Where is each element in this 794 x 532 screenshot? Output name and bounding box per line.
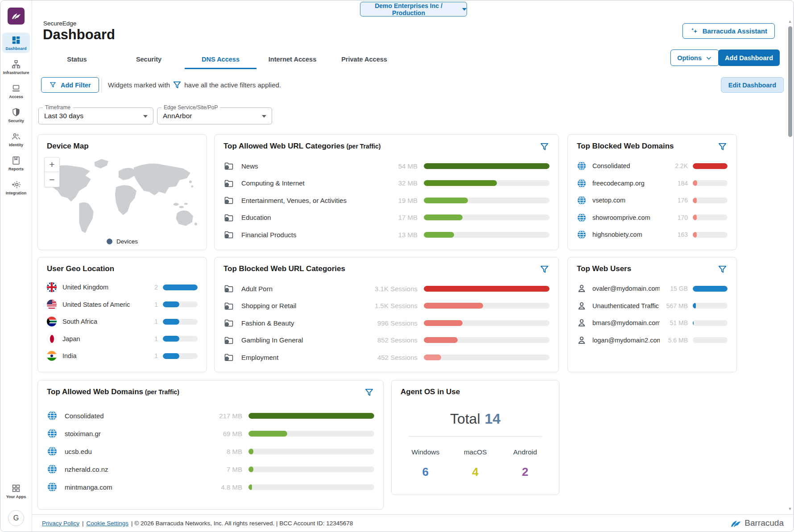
- filter-applied-icon[interactable]: [364, 388, 374, 398]
- barracuda-logo: Barracuda: [729, 518, 784, 528]
- scrollbar-thumb[interactable]: [788, 26, 792, 137]
- edge-service-select[interactable]: Edge Service/Site/PoP AnnArbor: [157, 107, 272, 124]
- list-item: United Kingdom 2: [47, 279, 198, 296]
- zoom-out-button[interactable]: −: [44, 172, 60, 187]
- widget-top-blocked-web-domains: Top Blocked Web Domains Consolidated 2.2…: [567, 134, 737, 250]
- list-item: Consolidated 2.2K: [577, 157, 728, 175]
- row-value: 69 MB: [191, 430, 242, 437]
- filter-applied-icon[interactable]: [717, 264, 728, 275]
- sidebar-item-security[interactable]: Security: [2, 105, 30, 125]
- list-item: Computing & Internet 32 MB: [223, 175, 550, 192]
- list-item: Consolidated 217 MB: [47, 407, 374, 425]
- tab-private-access[interactable]: Private Access: [328, 50, 400, 69]
- row-value: 2.2K: [665, 162, 688, 169]
- vertical-scrollbar[interactable]: ▲ ▼: [787, 19, 793, 511]
- widget-title: Top Blocked Web URL Categories: [223, 264, 345, 273]
- tab-internet-access[interactable]: Internet Access: [256, 50, 328, 69]
- row-value: 1: [135, 335, 158, 342]
- category-icon: [223, 178, 235, 189]
- list-item: Gambling In General 852 Sessions: [223, 332, 550, 349]
- privacy-policy-link[interactable]: Privacy Policy: [42, 520, 79, 527]
- tab-dns-access[interactable]: DNS Access: [185, 50, 256, 69]
- row-bar: [424, 163, 550, 169]
- widget-rows: Consolidated 217 MB stoiximan.gr 69 MB u…: [47, 407, 374, 496]
- row-bar: [248, 449, 374, 454]
- list-item: bmars@mydomain.com 51 MB: [577, 314, 728, 332]
- globe-icon: [47, 410, 58, 421]
- tab-security[interactable]: Security: [113, 50, 185, 69]
- sidebar-item-reports[interactable]: Reports: [2, 153, 30, 173]
- globe-icon: [47, 482, 58, 492]
- timeframe-select[interactable]: Timeframe Last 30 days: [38, 107, 153, 124]
- row-value: 852 Sessions: [366, 336, 418, 344]
- scroll-down-arrow[interactable]: ▼: [788, 507, 792, 511]
- user-avatar[interactable]: G: [8, 510, 24, 526]
- edge-service-select-value: AnnArbor: [163, 112, 192, 120]
- sidebar-item-your-apps[interactable]: Your Apps: [2, 481, 30, 501]
- row-label: highsnobiety.com: [592, 231, 660, 238]
- row-label: India: [62, 352, 130, 359]
- widget-title: Agent OS in Use: [401, 388, 460, 396]
- scroll-up-arrow[interactable]: ▲: [788, 19, 792, 24]
- sidebar-item-dashboard[interactable]: Dashboard: [2, 33, 30, 53]
- sidebar-item-access[interactable]: Access: [2, 81, 30, 101]
- row-value: 176: [665, 197, 688, 204]
- widget-rows: Consolidated 2.2K freecodecamp.org 184 v…: [577, 157, 728, 243]
- filter-icon: [49, 81, 57, 89]
- list-item: Unauthenticated Traffic 567 MB: [577, 297, 728, 315]
- tab-status[interactable]: Status: [41, 50, 113, 69]
- add-filter-button[interactable]: Add Filter: [41, 77, 99, 93]
- row-bar: [693, 320, 728, 326]
- widget-top-allowed-web-url-categories: Top Allowed Web URL Categories(per Traff…: [214, 134, 559, 250]
- chevron-down-icon: [705, 54, 712, 62]
- list-item: nzherald.co.nz 7 MB: [47, 460, 374, 478]
- sidebar-item-identity[interactable]: Identity: [2, 129, 30, 149]
- row-bar-fill: [248, 431, 287, 437]
- filter-applied-icon[interactable]: [539, 264, 550, 275]
- world-map[interactable]: [41, 153, 203, 235]
- dashboard-icon: [11, 35, 21, 45]
- options-button[interactable]: Options: [670, 49, 719, 66]
- cookie-settings-link[interactable]: Cookie Settings: [87, 520, 129, 527]
- list-item: India 1: [47, 347, 198, 365]
- workspace-selector-label: Demo Enterprises Inc / Production: [360, 2, 457, 16]
- filter-applied-icon[interactable]: [539, 142, 550, 152]
- barracuda-app-logo[interactable]: [8, 8, 25, 25]
- add-dashboard-button[interactable]: Add Dashboard: [718, 49, 780, 66]
- sidebar-item-label: Integration: [6, 191, 27, 195]
- row-value: 54 MB: [366, 162, 418, 170]
- timeframe-select-value: Last 30 days: [44, 112, 83, 120]
- row-bar-fill: [163, 353, 179, 359]
- workspace-selector[interactable]: Demo Enterprises Inc / Production: [360, 2, 467, 16]
- filter-applied-icon[interactable]: [717, 142, 728, 152]
- widget-top-blocked-web-url-categories: Top Blocked Web URL Categories Adult Por…: [214, 257, 559, 372]
- widget-title: User Geo Location: [47, 264, 114, 273]
- scrollbar-track[interactable]: [788, 25, 792, 506]
- zoom-in-button[interactable]: +: [44, 157, 60, 172]
- row-label: freecodecamp.org: [592, 180, 660, 187]
- row-bar-fill: [248, 466, 253, 472]
- row-value: 452 Sessions: [366, 354, 418, 361]
- category-icon: [223, 318, 235, 328]
- list-item: ovaler@mydomain.com 15 GB: [577, 280, 728, 297]
- row-bar-fill: [693, 286, 728, 292]
- barracuda-logo-text: Barracuda: [744, 518, 784, 528]
- sidebar-item-infrastructure[interactable]: Infrastructure: [2, 57, 30, 77]
- sidebar-item-integration[interactable]: Integration: [2, 177, 30, 198]
- row-bar-fill: [424, 355, 441, 360]
- widget-title: Top Allowed Web URL Categories(per Traff…: [223, 142, 380, 151]
- row-bar: [248, 466, 374, 472]
- country-flag-icon: [47, 282, 57, 292]
- row-bar: [424, 303, 550, 309]
- edit-dashboard-button[interactable]: Edit Dashboard: [721, 77, 784, 93]
- category-icon: [223, 283, 235, 294]
- row-bar: [424, 337, 550, 343]
- row-label: mintmanga.com: [65, 483, 185, 491]
- widget-agent-os-in-use: Agent OS in Use Total14 Windows 6 macOS …: [391, 380, 559, 495]
- widget-rows: ovaler@mydomain.com 15 GB Unauthenticate…: [577, 280, 728, 349]
- barracuda-assistant-button[interactable]: Barracuda Assistant: [682, 23, 775, 39]
- row-label: ovaler@mydomain.com: [592, 285, 660, 292]
- globe-icon: [577, 213, 587, 223]
- globe-icon: [47, 446, 58, 457]
- row-bar: [693, 303, 728, 309]
